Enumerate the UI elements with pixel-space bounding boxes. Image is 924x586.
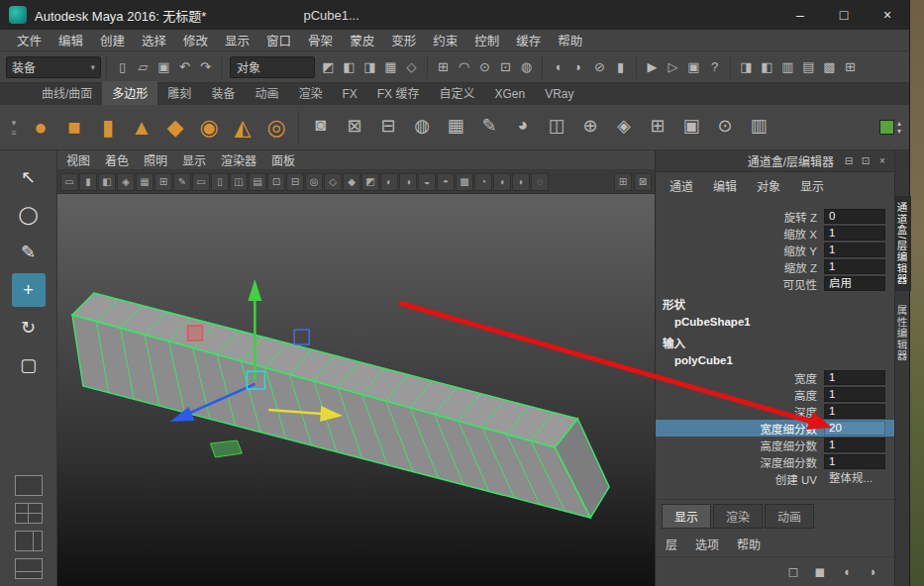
polygon-cube-icon[interactable]: ■ [57,110,91,146]
value-field[interactable]: 1 [824,404,885,419]
value-field[interactable]: 1 [824,454,885,469]
3d-viewport[interactable] [57,194,655,586]
menu-item[interactable]: 显示 [225,31,250,49]
menu-item[interactable]: 变形 [391,31,416,49]
select-handles-icon[interactable]: ◇ [401,56,422,77]
menu-item[interactable]: 蒙皮 [350,31,374,49]
layer-tab-display[interactable]: 显示 [662,504,711,529]
viewport-menu-item[interactable]: 照明 [144,151,167,168]
multi-cut-icon[interactable]: ✎ [472,109,506,143]
pane-maximize-icon[interactable]: ⊞ [614,173,632,191]
select-tool-icon[interactable]: ↖ [12,160,46,194]
popout-panel-icon[interactable]: ⊡ [859,154,873,168]
value-field[interactable]: 1 [824,438,885,452]
menu-item[interactable]: 骨架 [308,31,333,49]
polygon-cylinder-icon[interactable]: ▮ [91,110,125,146]
viewport-menu-item[interactable]: 显示 [182,151,206,168]
menu-item[interactable]: 帮助 [558,31,582,49]
collapse-panel-icon[interactable]: ⊟ [842,154,856,168]
value-field[interactable]: 启用 [824,276,885,291]
shelf-tab-sculpting[interactable]: 雕刻 [157,81,201,105]
scale-tool-icon[interactable]: ▢ [12,348,46,382]
field-chart-icon[interactable]: ▤ [249,173,266,191]
resolution-gate-icon[interactable]: ▯ [211,173,229,191]
layers-menu[interactable]: 层 [666,536,677,552]
insert-edge-loop-icon[interactable]: ▥ [742,109,775,143]
tool-settings-toggle-icon[interactable]: ◧ [757,56,777,77]
motion-blur-icon[interactable]: ◓ [437,173,455,191]
sidebar-tab-channel-box[interactable]: 通道盒/层编辑器 [894,196,911,291]
smooth-icon[interactable]: ◍ [405,109,439,143]
polygon-pyramid-icon[interactable]: ◭ [226,110,259,146]
selection-mask-dropdown[interactable]: 对象 [230,56,315,78]
film-gate-icon[interactable]: ▭ [192,173,210,191]
snap-grid-icon[interactable]: ⊞ [433,56,454,77]
exposure-icon[interactable]: ◌ [531,173,549,191]
viewport-menu-item[interactable]: 着色 [105,151,129,168]
shelf-tab-rigging[interactable]: 装备 [201,81,245,105]
grid-mesh-icon[interactable]: ▦ [439,109,472,143]
camera-attributes-icon[interactable]: ◧ [98,173,116,191]
outliner-toggle-icon[interactable]: ▩ [819,56,840,77]
menu-item[interactable]: 缓存 [516,31,541,49]
layer-tab-anim[interactable]: 动画 [765,504,814,529]
polygon-plane-icon[interactable]: ◉ [192,110,226,146]
gate-mask-icon[interactable]: ◫ [230,173,248,191]
target-weld-icon[interactable]: ⊙ [708,109,742,143]
extrude-icon[interactable]: ⊕ [573,109,607,143]
move-tool-icon[interactable]: + [12,273,46,307]
input-node-polycube1[interactable]: polyCube1 [656,352,894,369]
shelf-tab-custom[interactable]: 自定义 [429,81,484,105]
shelf-menu-icon[interactable]: ▾ ≡ [4,118,24,138]
combine-icon[interactable]: ⊠ [338,109,371,143]
menu-item[interactable]: 窗口 [266,31,291,49]
undo-icon[interactable]: ↶ [174,56,195,77]
quad-draw-icon[interactable]: ▣ [674,109,708,143]
menu-item[interactable]: 控制 [474,31,499,49]
pane-tear-off-icon[interactable]: ⊠ [634,173,652,191]
redo-icon[interactable]: ↷ [195,56,216,77]
polygon-torus-icon[interactable]: ◆ [158,110,192,146]
layout-persp-outliner-button[interactable] [15,531,43,551]
enum-value[interactable]: 整体规... [824,471,885,486]
document-tab[interactable]: pCube1... [293,4,368,27]
separate-icon[interactable]: ⊟ [371,109,405,143]
rotate-tool-icon[interactable]: ↻ [12,311,46,344]
menu-item[interactable]: 修改 [183,31,208,49]
viewport-menu-item[interactable]: 渲染器 [221,151,257,168]
textured-icon[interactable]: ◩ [361,173,379,191]
shelf-tab-polygons[interactable]: 多边形 [102,81,157,105]
sculpt-icon[interactable]: ◕ [506,109,540,143]
polygon-cone-icon[interactable]: ▲ [125,110,158,146]
paint-select-tool-icon[interactable]: ✎ [12,236,46,269]
layer-up-icon[interactable]: ◖ [838,562,856,580]
output-connections-icon[interactable]: ◗ [568,56,589,77]
new-scene-icon[interactable]: ▯ [112,56,133,77]
ipr-render-icon[interactable]: ▷ [663,56,683,77]
input-connections-icon[interactable]: ◖ [548,56,568,77]
make-live-icon[interactable]: ◍ [516,56,537,77]
shelf-tab-curves[interactable]: 曲线/曲面 [32,81,102,105]
open-scene-icon[interactable]: ▱ [133,56,154,77]
2d-pan-zoom-icon[interactable]: ⊞ [154,173,172,191]
lock-camera-icon[interactable]: ▮ [79,173,97,191]
shelf-tab-fx-caching[interactable]: FX 缓存 [367,81,430,105]
mirror-icon[interactable]: ◫ [540,109,573,143]
select-hierarchy-icon[interactable]: ◩ [318,56,339,77]
select-all-mask-icon[interactable]: ▦ [380,56,401,77]
color-swatch[interactable] [879,120,894,135]
bridge-icon[interactable]: ⊞ [641,109,674,143]
wireframe-icon[interactable]: ◇ [324,173,342,191]
new-layer-from-selected-icon[interactable]: ◼ [811,562,829,580]
menu-item[interactable]: 编辑 [58,31,83,49]
safe-title-icon[interactable]: ⊟ [286,173,304,191]
layout-four-pane-button[interactable] [15,503,43,524]
use-all-lights-icon[interactable]: ◐ [380,173,398,191]
shelf-tab-animation[interactable]: 动画 [245,81,288,105]
boolean-union-icon[interactable]: ◙ [304,109,338,143]
layer-down-icon[interactable]: ◗ [865,562,882,580]
menu-item[interactable]: 选择 [142,31,166,49]
shelf-tab-fx[interactable]: FX [332,84,366,105]
shelf-tab-xgen[interactable]: XGen [484,84,535,105]
help-line-icon[interactable]: ? [704,56,725,77]
